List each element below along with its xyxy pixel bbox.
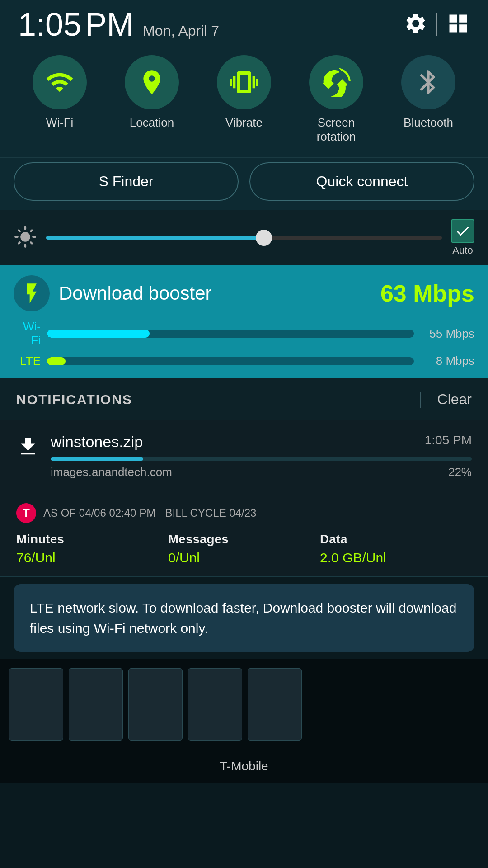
screen-rotation-label-line2: rotation xyxy=(317,130,356,144)
brightness-thumb xyxy=(256,230,272,246)
bill-columns: Minutes 76/Unl Messages 0/Unl Data 2.0 G… xyxy=(16,532,472,566)
db-wifi-row: Wi-Fi 55 Mbps xyxy=(14,320,474,348)
download-notification: winstones.zip 1:05 PM images.anandtech.c… xyxy=(0,420,488,492)
carrier-name: T-Mobile xyxy=(220,759,268,773)
tmobile-icon: T xyxy=(16,503,36,523)
status-bar: 1:05 PM Mon, April 7 xyxy=(0,0,488,46)
bg-thumb-5 xyxy=(248,668,302,741)
sfinder-button[interactable]: S Finder xyxy=(14,162,239,201)
db-lte-row: LTE 8 Mbps xyxy=(14,354,474,368)
messages-label: Messages xyxy=(168,532,320,547)
brightness-slider[interactable] xyxy=(46,236,442,240)
db-wifi-fill xyxy=(47,330,150,338)
screen-rotation-label-line1: Screen xyxy=(318,116,355,130)
minutes-value: 76/Unl xyxy=(16,550,168,566)
status-period: PM xyxy=(85,8,134,41)
db-wifi-speed: 55 Mbps xyxy=(420,327,474,341)
auto-checkbox xyxy=(451,219,474,243)
toggle-vibrate[interactable]: Vibrate xyxy=(217,55,271,144)
bill-notification: T AS OF 04/06 02:40 PM - BILL CYCLE 04/2… xyxy=(0,492,488,577)
auto-brightness[interactable]: Auto xyxy=(451,219,474,256)
wifi-label: Wi-Fi xyxy=(46,116,74,130)
status-divider xyxy=(436,13,437,36)
download-source: images.anandtech.com xyxy=(51,465,172,479)
download-notif-content: winstones.zip 1:05 PM images.anandtech.c… xyxy=(16,433,472,479)
db-bars: Wi-Fi 55 Mbps LTE 8 Mbps xyxy=(14,320,474,368)
db-header: Download booster 63 Mbps xyxy=(14,275,474,311)
bg-thumb-3 xyxy=(128,668,183,741)
location-circle xyxy=(125,55,179,109)
carrier-label: T-Mobile xyxy=(0,750,488,783)
vibrate-label: Vibrate xyxy=(225,116,263,130)
db-wifi-label: Wi-Fi xyxy=(14,320,41,348)
toggle-screen-rotation[interactable]: Screen rotation xyxy=(309,55,363,144)
vibrate-circle xyxy=(217,55,271,109)
download-notif-top: winstones.zip 1:05 PM xyxy=(51,433,472,451)
download-progress-bar xyxy=(51,457,472,461)
bluetooth-label: Bluetooth xyxy=(404,116,453,130)
data-value: 2.0 GB/Unl xyxy=(320,550,472,566)
notifications-header: NOTIFICATIONS Clear xyxy=(0,378,488,420)
toggle-bluetooth[interactable]: Bluetooth xyxy=(401,55,455,144)
brightness-fill xyxy=(46,236,264,240)
toggle-location[interactable]: Location xyxy=(125,55,179,144)
bg-thumb-4 xyxy=(188,668,242,741)
location-label: Location xyxy=(130,116,174,130)
db-lte-fill xyxy=(47,357,66,365)
download-booster-panel: Download booster 63 Mbps Wi-Fi 55 Mbps L… xyxy=(0,265,488,378)
db-lte-label: LTE xyxy=(14,354,41,368)
background-screenshots xyxy=(0,659,488,750)
download-icon xyxy=(16,435,40,460)
action-buttons: S Finder Quick connect xyxy=(0,157,488,210)
quickconnect-button[interactable]: Quick connect xyxy=(249,162,474,201)
db-title-row: Download booster xyxy=(14,275,212,311)
status-time: 1:05 xyxy=(18,8,81,41)
bg-thumb-1 xyxy=(9,668,63,741)
grid-icon[interactable] xyxy=(446,12,470,37)
bill-header: T AS OF 04/06 02:40 PM - BILL CYCLE 04/2… xyxy=(16,503,472,523)
db-icon xyxy=(14,275,50,311)
download-time: 1:05 PM xyxy=(425,433,472,451)
bill-date: AS OF 04/06 02:40 PM - BILL CYCLE 04/23 xyxy=(43,507,256,519)
db-lte-track xyxy=(47,357,414,365)
download-percent: 22% xyxy=(448,465,472,479)
quick-toggles: Wi-Fi Location Vibrate Screen rotation xyxy=(0,46,488,157)
data-label: Data xyxy=(320,532,472,547)
tooltip-text: LTE network slow. To download faster, Do… xyxy=(30,600,456,636)
bill-data-col: Data 2.0 GB/Unl xyxy=(320,532,472,566)
db-speed: 63 Mbps xyxy=(380,280,474,307)
messages-value: 0/Unl xyxy=(168,550,320,566)
download-progress-fill xyxy=(51,457,143,461)
brightness-icon xyxy=(14,225,37,250)
notif-header-divider xyxy=(420,392,421,408)
bg-thumb-2 xyxy=(69,668,123,741)
download-filename: winstones.zip xyxy=(51,433,143,451)
db-wifi-track xyxy=(47,330,414,338)
download-notif-body: winstones.zip 1:05 PM images.anandtech.c… xyxy=(51,433,472,479)
bluetooth-circle xyxy=(401,55,455,109)
settings-icon[interactable] xyxy=(404,12,427,37)
auto-label: Auto xyxy=(452,245,473,256)
db-lte-speed: 8 Mbps xyxy=(420,354,474,368)
db-title: Download booster xyxy=(59,283,212,304)
minutes-label: Minutes xyxy=(16,532,168,547)
download-notif-bottom: images.anandtech.com 22% xyxy=(51,465,472,479)
clear-button[interactable]: Clear xyxy=(437,391,472,408)
bill-messages-col: Messages 0/Unl xyxy=(168,532,320,566)
toggle-wifi[interactable]: Wi-Fi xyxy=(33,55,87,144)
status-icons xyxy=(404,12,470,37)
status-date: Mon, April 7 xyxy=(143,23,219,39)
screen-rotation-circle xyxy=(309,55,363,109)
download-booster-tooltip: LTE network slow. To download faster, Do… xyxy=(14,584,474,652)
notifications-title: NOTIFICATIONS xyxy=(16,392,420,407)
wifi-circle xyxy=(33,55,87,109)
bill-minutes-col: Minutes 76/Unl xyxy=(16,532,168,566)
brightness-row: Auto xyxy=(0,210,488,265)
